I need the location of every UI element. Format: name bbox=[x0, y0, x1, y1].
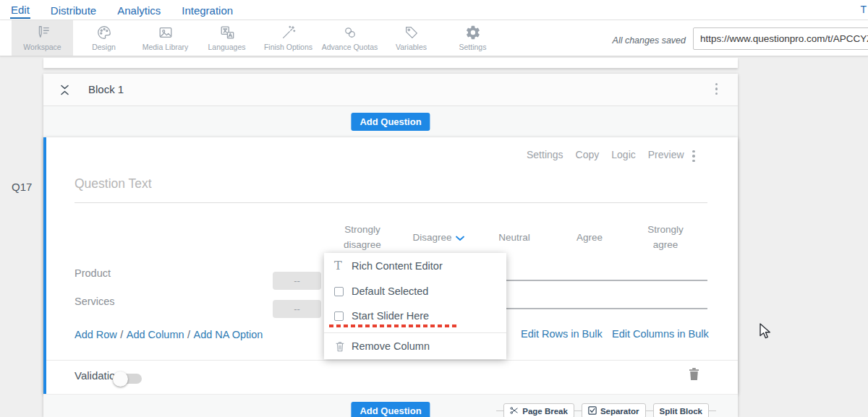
edit-rows-bulk-link[interactable]: Edit Rows in Bulk bbox=[521, 328, 603, 340]
toolbar-item-label: Languages bbox=[208, 43, 246, 51]
edit-columns-bulk-link[interactable]: Edit Columns in Bulk bbox=[612, 328, 709, 340]
matrix-column-header[interactable]: Neutral bbox=[483, 222, 545, 254]
chain-link-icon bbox=[342, 25, 358, 40]
save-status-text: All changes saved bbox=[613, 35, 686, 46]
matrix-row-label[interactable]: Services bbox=[75, 296, 115, 307]
add-na-option-link[interactable]: Add NA Option bbox=[194, 329, 263, 340]
toolbar-item-variables[interactable]: Variables bbox=[380, 20, 442, 56]
add-question-strip-top: Add Question bbox=[43, 106, 738, 137]
row-value-pill[interactable]: -- bbox=[273, 300, 321, 318]
matrix-column-header[interactable]: Strongly agree bbox=[634, 222, 697, 254]
question-text-underline bbox=[75, 202, 707, 203]
checkbox-icon bbox=[334, 287, 352, 296]
tag-icon bbox=[404, 25, 420, 40]
checkbox-icon bbox=[334, 311, 352, 321]
nav-item-partial[interactable]: T bbox=[860, 4, 867, 15]
toolbar-item-label: Media Library bbox=[142, 43, 189, 51]
delete-question-button[interactable] bbox=[688, 367, 700, 384]
separator-label: Separator bbox=[600, 407, 639, 416]
mouse-cursor bbox=[760, 323, 773, 343]
link-separator: / bbox=[187, 329, 190, 340]
nav-item-integration[interactable]: Integration bbox=[181, 2, 234, 18]
toolbar-item-settings[interactable]: Settings bbox=[442, 20, 503, 56]
text-format-icon: T bbox=[334, 260, 352, 272]
nav-item-distribute[interactable]: Distribute bbox=[50, 2, 97, 18]
toggle-knob bbox=[113, 371, 128, 387]
collapse-icon bbox=[59, 86, 70, 98]
menu-item-remove-column[interactable]: Remove Column bbox=[324, 333, 506, 359]
menu-item-rich-content-editor[interactable]: T Rich Content Editor bbox=[324, 253, 506, 278]
previous-block-edge bbox=[43, 58, 738, 68]
split-block-button[interactable]: Split Block bbox=[653, 403, 709, 417]
toolbar-item-label: Finish Options bbox=[264, 43, 312, 51]
link-separator: / bbox=[120, 329, 123, 340]
menu-item-label: Start Slider Here bbox=[352, 310, 429, 322]
block-header: Block 1 bbox=[43, 74, 738, 106]
editor-toolbar: Workspace Design Media Library Languages… bbox=[0, 20, 868, 56]
toolbar-item-design[interactable]: Design bbox=[73, 20, 135, 56]
question-actions: Settings Copy Logic Preview bbox=[527, 149, 684, 160]
checkbox-checked-icon bbox=[588, 406, 597, 416]
toolbar-item-workspace[interactable]: Workspace bbox=[12, 20, 73, 56]
question-text-input[interactable]: Question Text bbox=[75, 176, 152, 192]
block-menu-button[interactable] bbox=[712, 80, 721, 98]
toolbar-item-label: Settings bbox=[459, 43, 487, 51]
toolbar-item-label: Variables bbox=[396, 43, 427, 51]
question-logic-link[interactable]: Logic bbox=[611, 149, 635, 160]
question-number-label: Q17 bbox=[12, 181, 32, 193]
gear-icon bbox=[465, 25, 481, 40]
survey-editor-app: Edit Distribute Analytics Integration T … bbox=[0, 0, 868, 417]
chevron-down-icon[interactable] bbox=[456, 231, 464, 246]
card-divider bbox=[46, 360, 738, 361]
matrix-row-label[interactable]: Product bbox=[75, 267, 111, 279]
translate-icon bbox=[219, 25, 235, 40]
nav-item-edit[interactable]: Edit bbox=[10, 1, 30, 19]
split-block-label: Split Block bbox=[660, 407, 702, 416]
toolbar-item-advance-quotas[interactable]: Advance Quotas bbox=[319, 20, 380, 56]
matrix-column-header[interactable]: Agree bbox=[558, 222, 621, 254]
matrix-column-label: Disagree bbox=[412, 231, 451, 246]
add-column-link[interactable]: Add Column bbox=[127, 329, 184, 340]
menu-item-label: Rich Content Editor bbox=[352, 260, 443, 272]
connector-dash bbox=[574, 410, 582, 411]
add-question-button-bottom[interactable]: Add Question bbox=[351, 402, 430, 417]
page-break-label: Page Break bbox=[522, 407, 568, 416]
connector-dash bbox=[496, 410, 503, 411]
image-icon bbox=[158, 25, 174, 40]
matrix-column-header[interactable]: Strongly disagree bbox=[331, 222, 393, 254]
question-settings-link[interactable]: Settings bbox=[527, 149, 563, 160]
block-tools: Page Break Separator Split Block bbox=[496, 403, 716, 417]
separator-button[interactable]: Separator bbox=[582, 403, 646, 417]
add-row-link[interactable]: Add Row bbox=[75, 329, 117, 340]
collapse-block-button[interactable] bbox=[59, 84, 70, 99]
matrix-edit-links: Add Row / Add Column / Add NA Option bbox=[75, 328, 263, 341]
top-navbar: Edit Distribute Analytics Integration T bbox=[0, 0, 868, 20]
row-value-pill[interactable]: -- bbox=[273, 272, 321, 290]
toolbar-item-label: Workspace bbox=[23, 43, 61, 51]
menu-item-label: Remove Column bbox=[352, 340, 430, 352]
magic-wand-icon bbox=[281, 25, 297, 40]
connector-dash bbox=[646, 410, 653, 411]
question-preview-link[interactable]: Preview bbox=[648, 149, 684, 160]
page-break-button[interactable]: Page Break bbox=[503, 403, 574, 417]
toolbar-item-label: Advance Quotas bbox=[322, 43, 378, 51]
matrix-column-header-open[interactable]: Disagree bbox=[407, 222, 469, 254]
workspace-icon bbox=[35, 25, 51, 40]
column-options-menu: T Rich Content Editor Default Selected S… bbox=[324, 253, 506, 359]
question-copy-link[interactable]: Copy bbox=[576, 149, 600, 160]
nav-item-analytics[interactable]: Analytics bbox=[116, 2, 161, 18]
add-question-button[interactable]: Add Question bbox=[351, 113, 430, 131]
toolbar-item-label: Design bbox=[92, 43, 116, 51]
connector-dash bbox=[709, 410, 716, 411]
question-menu-button[interactable] bbox=[689, 147, 698, 165]
toolbar-item-languages[interactable]: Languages bbox=[196, 20, 258, 56]
add-question-strip-bottom: Add Question Page Break Separator Split … bbox=[43, 394, 738, 417]
menu-item-label: Default Selected bbox=[352, 285, 428, 297]
menu-item-default-selected[interactable]: Default Selected bbox=[324, 278, 506, 304]
annotation-underline bbox=[329, 324, 458, 327]
toolbar-item-media-library[interactable]: Media Library bbox=[135, 20, 196, 56]
toolbar-item-finish-options[interactable]: Finish Options bbox=[258, 20, 319, 56]
block-title: Block 1 bbox=[88, 83, 124, 95]
survey-url-input[interactable] bbox=[693, 27, 868, 50]
validation-toggle[interactable] bbox=[115, 374, 142, 384]
